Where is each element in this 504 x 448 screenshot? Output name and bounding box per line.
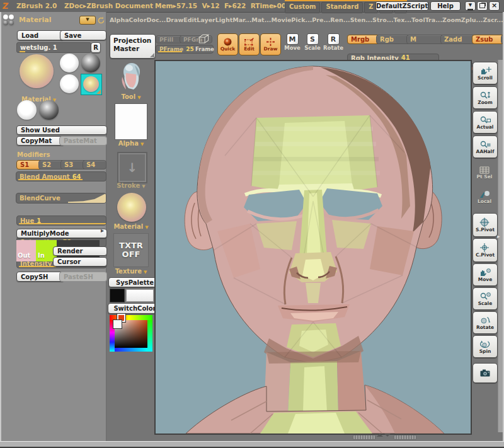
show-used-button[interactable]: Show Used <box>16 125 107 135</box>
aahalf-button[interactable]: AAHalf <box>472 135 498 158</box>
blend-amount-slider[interactable]: Blend Amount 64 <box>16 171 106 181</box>
dock-move-button[interactable]: Move <box>472 263 498 286</box>
local-button[interactable]: Local <box>472 187 496 207</box>
edit-button[interactable]: Edit <box>239 33 260 55</box>
texture-thumbnail[interactable]: TXTR OFF <box>113 233 149 267</box>
zoom-button[interactable]: Zoom <box>472 86 498 109</box>
actual-button[interactable]: Actual <box>472 111 498 134</box>
color-picker[interactable] <box>110 315 152 352</box>
syspalette-button[interactable]: SysPalette <box>108 277 161 287</box>
dock-scale-button[interactable]: Scale <box>472 287 498 310</box>
material-thumb-white2[interactable] <box>60 74 79 93</box>
menu-item-material[interactable]: Mat... <box>251 16 271 23</box>
bottom-tray-handle-left[interactable] <box>353 435 375 440</box>
dock-rotate-button[interactable]: Rotate <box>472 311 498 334</box>
render-button[interactable]: Render <box>53 246 107 256</box>
draw-button[interactable]: Draw <box>260 33 281 55</box>
help-button[interactable]: Help <box>430 1 461 11</box>
menu-item-zscript[interactable]: Zscr... <box>483 16 503 23</box>
hue-strip-right[interactable] <box>147 320 152 352</box>
move-gyro-button[interactable]: M Move <box>284 33 301 51</box>
menu-item-zplugin[interactable]: Zplu... <box>461 16 483 23</box>
minimize-button[interactable]: ▼ <box>465 1 476 11</box>
copysh-button[interactable]: CopySH <box>16 272 64 282</box>
standard-button[interactable]: Standard <box>321 2 363 13</box>
material-column-thumbnail[interactable] <box>117 193 146 222</box>
palette-refresh-icon[interactable] <box>97 15 105 27</box>
load-button[interactable]: Load <box>17 30 64 40</box>
palette-collapse-button[interactable]: ▼ <box>79 16 96 25</box>
secondary-color-swatch[interactable] <box>126 289 154 302</box>
menu-item-document[interactable]: Doc... <box>147 16 166 23</box>
menu-item-picker[interactable]: Pick... <box>291 16 312 23</box>
restore-button[interactable] <box>477 1 488 11</box>
menu-item-layer[interactable]: Layer <box>197 16 215 23</box>
close-button[interactable]: × <box>489 1 500 11</box>
tool-thumbnail[interactable] <box>118 62 144 92</box>
document-canvas[interactable] <box>154 60 472 435</box>
menu-item-alpha[interactable]: Alpha <box>110 16 129 23</box>
menu-item-render[interactable]: Ren... <box>330 16 350 23</box>
menu-item-marker[interactable]: Mar... <box>232 16 251 23</box>
menu-item-transform[interactable]: Tra... <box>425 16 442 23</box>
menu-item-zoom[interactable]: Zoom <box>442 16 461 23</box>
blendcurve-widget[interactable]: BlendCurve <box>16 193 106 204</box>
multiply-mode-button[interactable]: MultiplyMode <box>16 229 107 238</box>
main-color-swatch[interactable] <box>110 289 125 302</box>
menu-item-tool[interactable]: Tool <box>411 16 425 23</box>
rotate-gyro-button[interactable]: R Rotate <box>323 33 343 51</box>
snapshot-button[interactable] <box>472 363 498 383</box>
s-pivot-button[interactable]: S.Pivot <box>472 213 498 237</box>
default-zscript-button[interactable]: DefaultZScript <box>375 1 428 11</box>
copymat-button[interactable]: CopyMat <box>16 136 64 146</box>
menu-item-edit[interactable]: Edit <box>183 16 197 23</box>
alpha-selector[interactable]: Alpha▼ <box>110 140 152 147</box>
menu-item-texture[interactable]: Tex... <box>393 16 411 23</box>
bottom-tray-handle-right[interactable] <box>394 435 416 440</box>
stroke-selector[interactable]: Stroke▼ <box>110 182 152 189</box>
stroke-thumbnail[interactable]: ↓ <box>117 152 147 183</box>
cursor-button[interactable]: Cursor <box>53 257 107 267</box>
custom-button[interactable]: Custom <box>285 2 320 13</box>
sv-selector[interactable] <box>113 320 122 328</box>
material-thumb-selected[interactable] <box>81 74 102 95</box>
c-pivot-button[interactable]: C.Pivot <box>472 238 498 262</box>
material-name-field[interactable]: wetslug. 1 <box>16 42 91 53</box>
material-thumb-white[interactable] <box>60 54 79 72</box>
s4-button[interactable]: S4 <box>83 160 106 169</box>
pastemat-button[interactable]: PasteMat <box>59 136 107 146</box>
menu-item-draw[interactable]: Draw <box>166 16 183 23</box>
r-button[interactable]: R <box>91 42 101 53</box>
alpha-thumbnail[interactable] <box>115 103 147 140</box>
pt-sel-button[interactable]: Pt Sel <box>472 163 496 183</box>
save-button[interactable]: Save <box>60 30 106 40</box>
menu-item-stroke[interactable]: Stro... <box>372 16 393 23</box>
material-thumb-row2-dark[interactable] <box>39 100 59 120</box>
tool-selector[interactable]: Tool▼ <box>110 93 152 100</box>
tray-down-arrow-icon[interactable] <box>384 434 391 437</box>
menu-item-color[interactable]: Color <box>129 16 147 23</box>
pastesh-button[interactable]: PasteSH <box>59 272 107 282</box>
frame-button[interactable]: Frame <box>195 33 213 55</box>
spin-button[interactable]: Spin <box>472 335 498 358</box>
projection-master-button[interactable]: Projection Master <box>110 34 156 59</box>
zsub-button[interactable]: Zsub <box>472 35 504 44</box>
material-thumb-row2-white[interactable] <box>17 100 37 120</box>
hue-slider[interactable]: Hue 1 <box>16 215 106 226</box>
material-thumb-dark[interactable] <box>81 54 100 72</box>
quick-button[interactable]: Quick <box>217 33 238 55</box>
tray-collapse-handle[interactable]: ▸ <box>101 227 104 234</box>
texture-selector[interactable]: Texture▼ <box>110 268 152 275</box>
hue-strip-top[interactable] <box>110 315 152 320</box>
out-color-swatch[interactable]: Out <box>16 240 36 261</box>
scale-gyro-button[interactable]: S Scale <box>304 33 321 51</box>
menu-item-light[interactable]: Light <box>215 16 232 23</box>
hue-strip-bottom[interactable] <box>115 348 147 352</box>
material-column-selector[interactable]: Material▼ <box>110 223 152 230</box>
menu-item-preferences[interactable]: Pre... <box>312 16 330 23</box>
menu-item-stencil[interactable]: Sten... <box>350 16 372 23</box>
menu-item-movie[interactable]: Movie <box>271 16 291 23</box>
material-preview-sphere[interactable] <box>20 54 54 88</box>
tray-up-arrow-icon[interactable] <box>377 434 383 437</box>
m-button[interactable]: M <box>406 35 445 44</box>
